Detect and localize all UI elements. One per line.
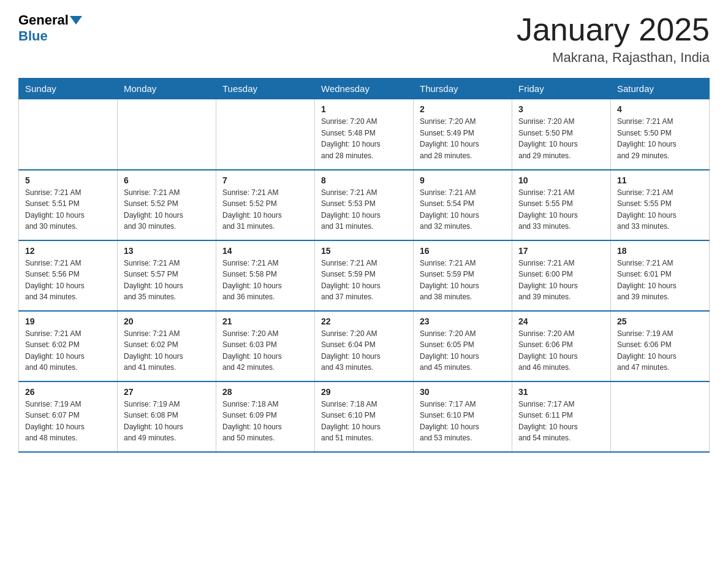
week-row-5: 26Sunrise: 7:19 AMSunset: 6:07 PMDayligh… — [19, 381, 710, 452]
day-info: Sunrise: 7:20 AMSunset: 5:50 PMDaylight:… — [518, 116, 604, 161]
calendar-cell: 30Sunrise: 7:17 AMSunset: 6:10 PMDayligh… — [414, 381, 512, 452]
calendar-cell: 20Sunrise: 7:21 AMSunset: 6:02 PMDayligh… — [118, 311, 216, 381]
calendar-cell — [611, 381, 710, 452]
calendar-cell: 9Sunrise: 7:21 AMSunset: 5:54 PMDaylight… — [414, 170, 512, 240]
calendar-cell: 19Sunrise: 7:21 AMSunset: 6:02 PMDayligh… — [19, 311, 118, 381]
day-number: 8 — [321, 175, 407, 185]
day-number: 1 — [321, 104, 407, 114]
day-info: Sunrise: 7:19 AMSunset: 6:07 PMDaylight:… — [25, 399, 111, 444]
day-info: Sunrise: 7:21 AMSunset: 6:01 PMDaylight:… — [617, 258, 703, 303]
day-info: Sunrise: 7:21 AMSunset: 5:59 PMDaylight:… — [420, 258, 506, 303]
day-number: 11 — [617, 175, 703, 185]
weekday-header-thursday: Thursday — [414, 79, 512, 99]
week-row-1: 1Sunrise: 7:20 AMSunset: 5:48 PMDaylight… — [19, 99, 710, 170]
weekday-header-wednesday: Wednesday — [315, 79, 414, 99]
day-number: 6 — [124, 175, 210, 185]
day-info: Sunrise: 7:21 AMSunset: 5:59 PMDaylight:… — [321, 258, 407, 303]
calendar-cell: 16Sunrise: 7:21 AMSunset: 5:59 PMDayligh… — [414, 240, 512, 311]
day-number: 2 — [420, 104, 506, 114]
day-number: 9 — [420, 175, 506, 185]
day-info: Sunrise: 7:21 AMSunset: 5:52 PMDaylight:… — [124, 187, 210, 232]
calendar-cell — [216, 99, 315, 170]
day-number: 24 — [518, 316, 604, 326]
calendar-cell: 13Sunrise: 7:21 AMSunset: 5:57 PMDayligh… — [118, 240, 216, 311]
weekday-header-row: SundayMondayTuesdayWednesdayThursdayFrid… — [19, 79, 710, 99]
day-number: 10 — [518, 175, 604, 185]
day-info: Sunrise: 7:20 AMSunset: 6:04 PMDaylight:… — [321, 328, 407, 373]
day-info: Sunrise: 7:21 AMSunset: 6:00 PMDaylight:… — [518, 258, 604, 303]
week-row-2: 5Sunrise: 7:21 AMSunset: 5:51 PMDaylight… — [19, 170, 710, 240]
calendar-cell: 17Sunrise: 7:21 AMSunset: 6:00 PMDayligh… — [512, 240, 611, 311]
day-number: 14 — [222, 246, 308, 256]
day-number: 15 — [321, 246, 407, 256]
calendar-cell: 31Sunrise: 7:17 AMSunset: 6:11 PMDayligh… — [512, 381, 611, 452]
calendar-cell: 4Sunrise: 7:21 AMSunset: 5:50 PMDaylight… — [611, 99, 710, 170]
calendar-cell: 18Sunrise: 7:21 AMSunset: 6:01 PMDayligh… — [611, 240, 710, 311]
day-number: 12 — [25, 246, 111, 256]
calendar-cell: 15Sunrise: 7:21 AMSunset: 5:59 PMDayligh… — [315, 240, 414, 311]
weekday-header-tuesday: Tuesday — [216, 79, 315, 99]
day-number: 5 — [25, 175, 111, 185]
day-number: 21 — [222, 316, 308, 326]
day-number: 7 — [222, 175, 308, 185]
weekday-header-friday: Friday — [512, 79, 611, 99]
calendar-cell: 2Sunrise: 7:20 AMSunset: 5:49 PMDaylight… — [414, 99, 512, 170]
calendar-cell: 26Sunrise: 7:19 AMSunset: 6:07 PMDayligh… — [19, 381, 118, 452]
week-row-4: 19Sunrise: 7:21 AMSunset: 6:02 PMDayligh… — [19, 311, 710, 381]
day-info: Sunrise: 7:20 AMSunset: 5:49 PMDaylight:… — [420, 116, 506, 161]
calendar-cell: 25Sunrise: 7:19 AMSunset: 6:06 PMDayligh… — [611, 311, 710, 381]
logo-triangle-icon — [70, 16, 82, 25]
day-info: Sunrise: 7:20 AMSunset: 6:06 PMDaylight:… — [518, 328, 604, 373]
calendar-cell — [19, 99, 118, 170]
logo-blue-text: Blue — [18, 28, 48, 44]
day-info: Sunrise: 7:19 AMSunset: 6:08 PMDaylight:… — [124, 399, 210, 444]
day-number: 3 — [518, 104, 604, 114]
day-number: 20 — [124, 316, 210, 326]
day-info: Sunrise: 7:21 AMSunset: 5:56 PMDaylight:… — [25, 258, 111, 303]
calendar-table: SundayMondayTuesdayWednesdayThursdayFrid… — [18, 78, 710, 453]
calendar-cell: 14Sunrise: 7:21 AMSunset: 5:58 PMDayligh… — [216, 240, 315, 311]
calendar-cell: 22Sunrise: 7:20 AMSunset: 6:04 PMDayligh… — [315, 311, 414, 381]
day-number: 27 — [124, 387, 210, 397]
day-info: Sunrise: 7:21 AMSunset: 6:02 PMDaylight:… — [124, 328, 210, 373]
day-info: Sunrise: 7:21 AMSunset: 5:58 PMDaylight:… — [222, 258, 308, 303]
calendar-cell: 11Sunrise: 7:21 AMSunset: 5:55 PMDayligh… — [611, 170, 710, 240]
day-info: Sunrise: 7:21 AMSunset: 5:53 PMDaylight:… — [321, 187, 407, 232]
calendar-cell: 27Sunrise: 7:19 AMSunset: 6:08 PMDayligh… — [118, 381, 216, 452]
day-number: 17 — [518, 246, 604, 256]
day-info: Sunrise: 7:21 AMSunset: 5:50 PMDaylight:… — [617, 116, 703, 161]
day-number: 25 — [617, 316, 703, 326]
calendar-cell: 28Sunrise: 7:18 AMSunset: 6:09 PMDayligh… — [216, 381, 315, 452]
calendar-cell: 1Sunrise: 7:20 AMSunset: 5:48 PMDaylight… — [315, 99, 414, 170]
calendar-cell — [118, 99, 216, 170]
calendar-cell: 3Sunrise: 7:20 AMSunset: 5:50 PMDaylight… — [512, 99, 611, 170]
calendar-cell: 8Sunrise: 7:21 AMSunset: 5:53 PMDaylight… — [315, 170, 414, 240]
day-info: Sunrise: 7:20 AMSunset: 5:48 PMDaylight:… — [321, 116, 407, 161]
day-number: 30 — [420, 387, 506, 397]
day-number: 26 — [25, 387, 111, 397]
logo-general-text: General — [18, 12, 69, 28]
day-number: 4 — [617, 104, 703, 114]
day-info: Sunrise: 7:21 AMSunset: 5:55 PMDaylight:… — [617, 187, 703, 232]
title-section: January 2025 Makrana, Rajasthan, India — [517, 12, 710, 66]
calendar-cell: 24Sunrise: 7:20 AMSunset: 6:06 PMDayligh… — [512, 311, 611, 381]
calendar-cell: 21Sunrise: 7:20 AMSunset: 6:03 PMDayligh… — [216, 311, 315, 381]
day-number: 16 — [420, 246, 506, 256]
day-number: 29 — [321, 387, 407, 397]
day-info: Sunrise: 7:21 AMSunset: 6:02 PMDaylight:… — [25, 328, 111, 373]
page-header: General Blue January 2025 Makrana, Rajas… — [18, 12, 710, 66]
day-number: 18 — [617, 246, 703, 256]
day-info: Sunrise: 7:21 AMSunset: 5:52 PMDaylight:… — [222, 187, 308, 232]
weekday-header-monday: Monday — [118, 79, 216, 99]
day-info: Sunrise: 7:19 AMSunset: 6:06 PMDaylight:… — [617, 328, 703, 373]
calendar-cell: 29Sunrise: 7:18 AMSunset: 6:10 PMDayligh… — [315, 381, 414, 452]
calendar-cell: 7Sunrise: 7:21 AMSunset: 5:52 PMDaylight… — [216, 170, 315, 240]
calendar-cell: 12Sunrise: 7:21 AMSunset: 5:56 PMDayligh… — [19, 240, 118, 311]
calendar-cell: 23Sunrise: 7:20 AMSunset: 6:05 PMDayligh… — [414, 311, 512, 381]
day-info: Sunrise: 7:21 AMSunset: 5:54 PMDaylight:… — [420, 187, 506, 232]
day-info: Sunrise: 7:17 AMSunset: 6:10 PMDaylight:… — [420, 399, 506, 444]
week-row-3: 12Sunrise: 7:21 AMSunset: 5:56 PMDayligh… — [19, 240, 710, 311]
day-number: 22 — [321, 316, 407, 326]
calendar-cell: 10Sunrise: 7:21 AMSunset: 5:55 PMDayligh… — [512, 170, 611, 240]
day-info: Sunrise: 7:18 AMSunset: 6:09 PMDaylight:… — [222, 399, 308, 444]
